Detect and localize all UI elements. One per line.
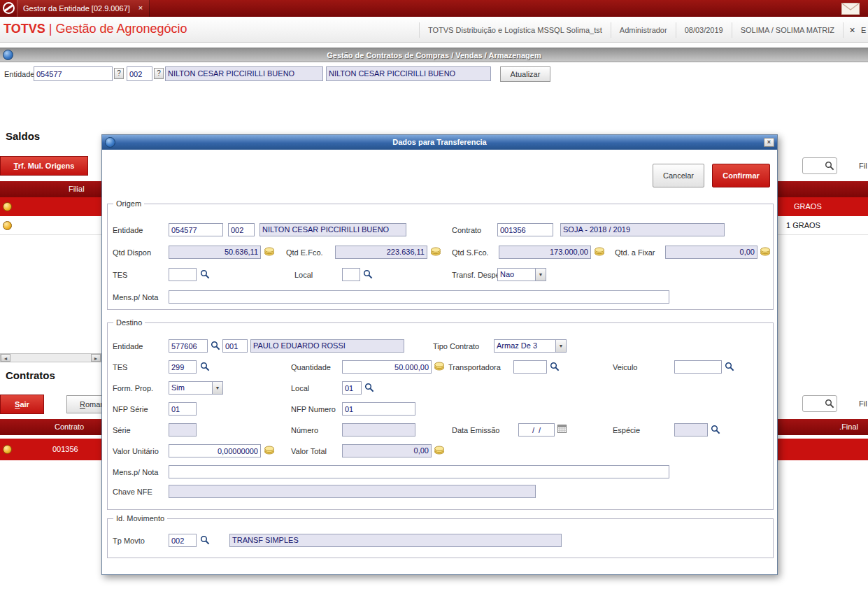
qtd-dispon-field: 50.636,11 <box>169 246 261 259</box>
entity-store-help-button[interactable]: ? <box>154 68 164 79</box>
data-emissao-input[interactable] <box>518 423 555 437</box>
saldos-row-selected-left[interactable] <box>0 197 101 216</box>
nfp-serie-label: NFP Série <box>113 405 148 413</box>
origem-local-label: Local <box>294 271 313 279</box>
saldos-grid-header-right <box>778 181 868 197</box>
atualizar-button[interactable]: Atualizar <box>500 66 550 82</box>
window-titlebar: Gestor da Entidade [02.9.0067] × <box>0 0 868 17</box>
origem-contrato-label: Contrato <box>452 226 481 234</box>
destino-local-input[interactable] <box>342 381 362 395</box>
veiculo-input[interactable] <box>674 360 722 374</box>
search-icon[interactable] <box>364 383 374 392</box>
search-icon[interactable] <box>550 362 560 371</box>
qtd-efco-field: 223.636,11 <box>335 246 427 259</box>
search-icon[interactable] <box>200 269 210 279</box>
search-icon[interactable] <box>363 269 373 279</box>
entity-store-input[interactable] <box>127 66 152 81</box>
calendar-icon[interactable] <box>557 424 567 434</box>
destino-mens-input[interactable] <box>169 465 669 478</box>
destino-legend: Destino <box>113 318 145 327</box>
routine-icon <box>3 50 13 60</box>
contratos-search-input[interactable] <box>805 397 825 410</box>
dialog-close-icon[interactable]: × <box>764 138 774 147</box>
saldos-search-input[interactable] <box>805 159 825 172</box>
saldos-row-selected-right[interactable]: GRAOS <box>778 197 868 216</box>
trf-mul-origens-button[interactable]: Trf. Mul. Origens <box>0 156 88 176</box>
confirmar-button[interactable]: Confirmar <box>712 164 770 187</box>
saldos-hscrollbar[interactable]: ◄ ► <box>0 353 101 362</box>
serie-field <box>169 423 197 437</box>
scroll-left-icon[interactable]: ◄ <box>1 354 10 362</box>
close-icon[interactable]: × <box>843 22 861 38</box>
origem-mens-input[interactable] <box>169 290 669 304</box>
search-icon[interactable] <box>725 362 734 371</box>
entity-code-input[interactable] <box>34 66 113 81</box>
nfp-numero-label: NFP Numero <box>291 405 336 413</box>
destino-entidade-loja-input[interactable] <box>222 339 248 353</box>
app-logo-icon <box>3 2 15 14</box>
transf-despesa-select[interactable]: Nao ▼ <box>497 268 546 281</box>
form-prop-select[interactable]: Sim ▼ <box>169 381 223 395</box>
branch-label: SOLIMA / SOLIMA MATRIZ <box>732 22 843 38</box>
search-icon[interactable] <box>825 161 834 171</box>
origem-entidade-code-input[interactable] <box>169 223 223 236</box>
form-prop-value: Sim <box>169 382 212 394</box>
sair-button[interactable]: Sair <box>0 395 44 414</box>
tipo-contrato-select[interactable]: Armaz De 3 ▼ <box>494 339 567 353</box>
header-info: TOTVS Distribuição e Logística MSSQL Sol… <box>419 17 868 43</box>
contratos-row1-code: 001356 <box>52 445 78 453</box>
cancelar-button[interactable]: Cancelar <box>653 164 704 187</box>
money-icon <box>594 247 605 256</box>
status-bullet-icon <box>3 202 12 211</box>
saldos-search-box[interactable] <box>802 157 837 174</box>
search-icon[interactable] <box>200 535 210 545</box>
tab-close-icon[interactable]: × <box>136 3 145 13</box>
saldos-row2-right[interactable]: 1 GRAOS <box>778 216 868 235</box>
nfp-serie-input[interactable] <box>169 402 197 416</box>
money-icon <box>760 247 771 256</box>
numero-field <box>342 423 415 437</box>
search-icon[interactable] <box>200 362 210 371</box>
destino-entidade-code-input[interactable] <box>169 339 208 353</box>
quantidade-input[interactable] <box>342 360 432 374</box>
app-header: TOTVS | Gestão de Agronegócio TOTVS Dist… <box>0 17 868 43</box>
chevron-down-icon: ▼ <box>212 382 222 394</box>
dialog-titlebar[interactable]: Dados para Transferencia × <box>102 135 777 150</box>
mail-icon[interactable] <box>841 3 860 16</box>
entity-code-help-button[interactable]: ? <box>114 68 124 79</box>
contratos-title: Contratos <box>6 369 55 381</box>
origem-local-input[interactable] <box>342 268 360 281</box>
qtd-sfco-label: Qtd S.Fco. <box>452 248 489 257</box>
nfp-numero-input[interactable] <box>342 402 415 416</box>
search-icon[interactable] <box>711 425 720 434</box>
routine-toolbar: Gestão de Contratos de Compras / Vendas … <box>0 48 868 62</box>
contratos-grid-header-right: .Final <box>778 419 868 435</box>
origem-entidade-loja-input[interactable] <box>228 223 255 236</box>
tab-gestor-entidade[interactable]: Gestor da Entidade [02.9.0067] × <box>17 0 150 17</box>
transportadora-input[interactable] <box>513 360 547 374</box>
entity-label: Entidade <box>4 70 34 78</box>
environment-label: TOTVS Distribuição e Logística MSSQL Sol… <box>419 22 611 38</box>
destino-entidade-label: Entidade <box>113 342 143 350</box>
search-icon[interactable] <box>825 399 834 409</box>
tp-movto-input[interactable] <box>169 534 197 547</box>
exit-label-clipped[interactable]: E <box>861 22 868 38</box>
saldos-row2-left[interactable] <box>0 216 101 235</box>
transfer-dialog: Dados para Transferencia × Cancelar Conf… <box>101 134 778 575</box>
contratos-row-selected-right[interactable] <box>778 439 868 460</box>
qtd-efco-label: Qtd E.Fco. <box>286 248 323 257</box>
contratos-row-selected-left[interactable]: 001356 <box>0 439 101 460</box>
saldos-grid-header-left: Filial <box>0 181 101 197</box>
tp-movto-desc-field: TRANSF SIMPLES <box>229 534 562 547</box>
col-filial: Filial <box>69 185 85 193</box>
valor-unitario-input[interactable] <box>169 444 261 457</box>
contratos-search-box[interactable] <box>802 395 837 412</box>
origem-tes-input[interactable] <box>169 268 197 281</box>
destino-tes-label: TES <box>113 363 127 371</box>
origem-contrato-code-input[interactable] <box>497 223 553 236</box>
destino-tes-input[interactable] <box>169 360 197 374</box>
search-icon[interactable] <box>211 341 220 350</box>
scroll-right-icon[interactable]: ► <box>91 354 101 362</box>
tipo-contrato-value: Armaz De 3 <box>495 340 555 352</box>
origem-legend: Origem <box>113 199 144 208</box>
